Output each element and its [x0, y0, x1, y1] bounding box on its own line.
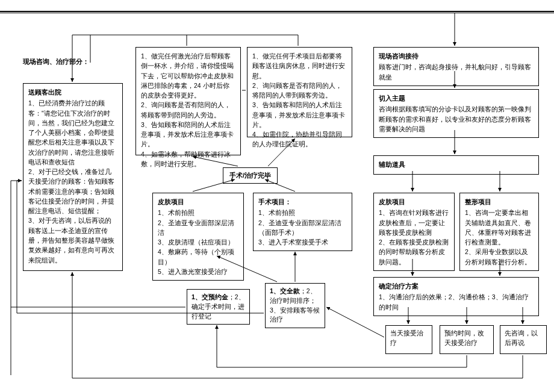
skin-proj-title: 皮肤项目 — [158, 197, 238, 207]
plastic-right-body: 1、咨询一定要拿出相关辅助道具如直尺、卷尺、体重秤等对顾客进行检查测量。 2、采… — [465, 208, 534, 267]
topic-box: 切入主题 咨询根据顾客填写的分诊卡以及对顾客的第一映像判断顾客的需求和喜好，以专… — [373, 89, 539, 138]
surg-proj-body: 1、术前拍照 2、圣迪亚专业面部深层清洁（面部手术） 3、进入手术室接受手术 — [258, 208, 347, 247]
laser-aftercare-box: 1、做完任何激光治疗后帮顾客倒一杯水，并介绍，请你慢慢喝下去，它可以帮助你冲走皮… — [135, 47, 241, 155]
section-label: 现场咨询、治疗部分： — [23, 57, 89, 67]
skin-right-title: 皮肤项目 — [379, 197, 449, 207]
plan-title: 确定治疗方案 — [379, 281, 534, 291]
pay-deposit-box: 1、交预约金；2、确定手术时间，进行登记 — [187, 289, 250, 325]
skin-proj-body: 1、术前拍照 2、圣迪亚专业面部深层清洁 3、皮肤清理（祛痘项目） 4、敷麻药，… — [158, 208, 238, 276]
skin-right-box: 皮肤项目 1、咨询在针对顾客进行皮肤检查后，一定要让顾客接受皮肤检测 2、在顾客… — [373, 193, 455, 271]
opt-now-text: 当天接受治疗 — [390, 329, 423, 346]
plastic-right-title: 整形项目 — [465, 197, 534, 207]
discharge-title: 送顾客出院 — [28, 87, 117, 97]
surg-proj-title: 手术项目： — [258, 197, 347, 207]
opt-now-box: 当天接受治疗 — [385, 325, 432, 354]
full-head: 1、交全款 — [270, 287, 300, 294]
pay-full-box: 1、交全款；2、治疗时间排序；3、安排顾客等候治疗 — [265, 283, 325, 328]
deposit-head: 1、交预约金 — [191, 293, 228, 300]
reception-title: 现场咨询接待 — [379, 51, 534, 61]
done-label: 手术/治疗完毕 — [223, 167, 278, 184]
top-rule — [0, 11, 554, 13]
opt-later-text: 预约时间，改天接受治疗 — [444, 329, 484, 346]
discharge-body: 1、已经消费并治疗过的顾客："请您记住下次治疗的时间，当然，我们已经为您建立了个… — [28, 98, 117, 265]
skin-proj-box: 皮肤项目 1、术前拍照 2、圣迪亚专业面部深层清洁 3、皮肤清理（祛痘项目） 4… — [152, 193, 244, 281]
aux-title: 辅助道具 — [379, 160, 534, 169]
topic-title: 切入主题 — [379, 93, 534, 103]
reception-box: 现场咨询接待 顾客进门时，咨询起身接待，并礼貌问好，引导顾客就坐 — [373, 47, 539, 86]
plan-box: 确定治疗方案 1、沟通治疗后的效果；2、沟通价格；3、沟通治疗的时间 — [373, 277, 539, 316]
opt-consult-box: 先咨询，以后再说 — [500, 325, 547, 354]
plastic-right-box: 整形项目 1、咨询一定要拿出相关辅助道具如直尺、卷尺、体重秤等对顾客进行检查测量… — [459, 193, 539, 271]
discharge-box: 送顾客出院 1、已经消费并治疗过的顾客："请您记住下次治疗的时间，当然，我们已经… — [23, 83, 123, 271]
aux-box: 辅助道具 — [373, 155, 539, 175]
plan-body: 1、沟通治疗后的效果；2、沟通价格；3、沟通治疗的时间 — [379, 292, 534, 312]
opt-consult-text: 先咨询，以后再说 — [505, 329, 538, 346]
surgery-aftercare-body: 1、做完任何手术项目后都要将顾客送往病房休息，同时进行安慰。 2、询问顾客是否有… — [252, 51, 347, 149]
reception-body: 顾客进门时，咨询起身接待，并礼貌问好，引导顾客就坐 — [379, 62, 534, 82]
surg-proj-box: 手术项目： 1、术前拍照 2、圣迪亚专业面部深层清洁（面部手术） 3、进入手术室… — [253, 193, 352, 251]
surgery-aftercare-box: 1、做完任何手术项目后都要将顾客送往病房休息，同时进行安慰。 2、询问顾客是否有… — [247, 47, 352, 137]
opt-later-box: 预约时间，改天接受治疗 — [440, 325, 494, 354]
skin-right-body: 1、咨询在针对顾客进行皮肤检查后，一定要让顾客接受皮肤检测 2、在顾客接受皮肤检… — [379, 208, 449, 267]
topic-body: 咨询根据顾客填写的分诊卡以及对顾客的第一映像判断顾客的需求和喜好，以专业和友好的… — [379, 104, 534, 134]
laser-aftercare-body: 1、做完任何激光治疗后帮顾客倒一杯水，并介绍，请你慢慢喝下去，它可以帮助你冲走皮… — [141, 51, 235, 169]
